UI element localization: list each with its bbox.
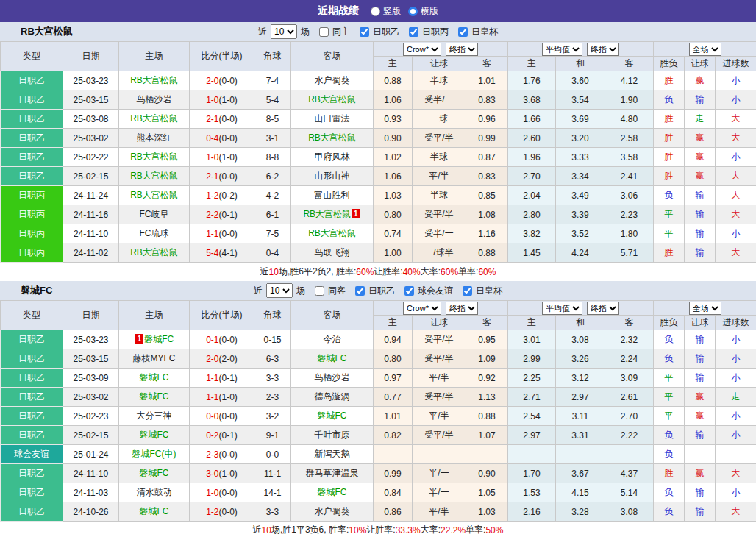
avg-home-odds: 2.04 [508, 186, 556, 205]
home-team: 鸟栖沙岩 [119, 90, 190, 110]
avg-away-odds: 3.09 [605, 369, 654, 388]
handicap-outcome: 走 [685, 110, 716, 129]
away-team: 磐城FC [291, 407, 374, 426]
match-date: 25-03-23 [63, 71, 119, 90]
avg-home-odds: 2.97 [508, 426, 556, 445]
result-outcome: 胜 [654, 464, 685, 483]
scope-select[interactable]: 全场 [689, 43, 721, 56]
odds-stage-select[interactable]: 终指 [446, 43, 478, 56]
halftime-score: (1-0) [219, 95, 238, 105]
away-team: 富山胜利 [291, 186, 374, 205]
away-team: 山口雷法 [291, 110, 374, 129]
avg-away-odds: 2.70 [605, 407, 654, 426]
avg-home-odds: 1.66 [508, 110, 556, 129]
goals-outcome: 大 [716, 110, 756, 129]
halftime-score: (0-1) [219, 430, 238, 441]
avg-draw-odds: 3.08 [556, 330, 605, 349]
match-date: 25-03-02 [63, 388, 119, 407]
team-name-text: 水户蜀葵 [315, 506, 350, 516]
crow-home-odds: 0.74 [374, 224, 413, 243]
handicap-outcome: 输 [685, 483, 716, 502]
away-team: 磐城FC [291, 349, 374, 369]
crow-away-odds: 0.95 [466, 330, 508, 349]
handicap-outcome: 输 [685, 330, 716, 349]
handicap-line: 受半/一 [413, 90, 466, 110]
result-outcome: 负 [654, 186, 685, 205]
avg-home-odds: 2.25 [508, 369, 556, 388]
avg-select[interactable]: 平均值 [542, 302, 582, 315]
col-corner: 角球 [254, 42, 291, 71]
crow-home-odds: 1.03 [374, 186, 413, 205]
league-badge: 日职乙 [1, 71, 63, 90]
col-avg-draw: 和 [556, 57, 605, 71]
avg-select[interactable]: 平均值 [542, 43, 582, 56]
match-date: 25-01-24 [63, 445, 119, 464]
match-date: 25-02-15 [63, 426, 119, 445]
league-checkbox-j2[interactable] [355, 286, 365, 296]
fulltime-score: 2-1 [206, 114, 218, 124]
league-label-j2: 日职乙 [368, 285, 395, 297]
league-label-j3: 日职丙 [422, 26, 449, 38]
avg-away-odds: 2.41 [605, 167, 654, 186]
league-badge: 日职乙 [1, 483, 63, 502]
league-checkbox-j2[interactable] [360, 27, 369, 37]
summary-segment: 50% [485, 525, 503, 536]
team1-name: RB大宫松鼠 [21, 25, 73, 38]
handicap-outcome: 输 [685, 426, 716, 445]
handicap-outcome: 赢 [685, 71, 716, 90]
result-outcome: 胜 [654, 148, 685, 167]
league-checkbox-cup[interactable] [463, 286, 472, 296]
match-row: 日职乙25-03-02磐城FC1-1(1-0)2-3德岛漩涡0.77受平/半1.… [1, 388, 756, 407]
col-avg-draw: 和 [556, 316, 605, 330]
radio-unchecked-icon[interactable] [371, 7, 380, 16]
match-date: 24-11-10 [63, 224, 119, 243]
recent-count-select[interactable]: 10 [271, 24, 297, 39]
avg-group-header: 平均值终指 [508, 301, 654, 316]
halftime-score: (0-0) [219, 507, 238, 517]
team-name-text: 磐城FC [318, 487, 347, 497]
avg-home-odds: 1.53 [508, 483, 556, 502]
odds-stage-select[interactable]: 终指 [446, 302, 478, 315]
result-outcome: 胜 [654, 129, 685, 148]
avg-draw-odds: 3.28 [556, 502, 605, 522]
result-outcome: 负 [654, 483, 685, 502]
avg-draw-odds: 3.34 [556, 167, 605, 186]
recent-count-select[interactable]: 10 [266, 283, 293, 298]
avg-stage-select[interactable]: 终指 [587, 43, 619, 56]
handicap-line: 受半/一 [413, 224, 466, 243]
handicap-line: 受平/半 [413, 129, 466, 148]
avg-stage-select[interactable]: 终指 [587, 302, 619, 315]
corner-score: 4-2 [254, 186, 291, 205]
summary-segment: 22.2% [441, 525, 466, 536]
fulltime-score: 0-4 [206, 133, 218, 143]
team-name-text: FC琉球 [140, 228, 169, 238]
goals-outcome: 小 [716, 224, 756, 243]
corner-score: 7-5 [254, 224, 291, 243]
avg-away-odds: 3.58 [605, 148, 654, 167]
corner-score: 0-0 [254, 445, 291, 464]
away-team: 甲府风林 [291, 148, 374, 167]
radio-checked-icon[interactable] [408, 7, 418, 16]
recent-label: 近 [254, 285, 263, 297]
away-team: 群马草津温泉 [291, 464, 374, 483]
handicap-outcome: 赢 [685, 129, 716, 148]
radio-horizontal-layout[interactable]: 横版 [408, 5, 438, 18]
league-checkbox-cup[interactable] [458, 27, 468, 37]
handicap-outcome: 赢 [685, 388, 716, 407]
team-name-text: RB大宫松鼠 [303, 209, 351, 219]
col-corner: 角球 [254, 301, 291, 330]
handicap-outcome: 赢 [685, 148, 716, 167]
avg-away-odds [605, 445, 654, 464]
match-row: 日职乙25-03-231磐城FC0-1(0-0)0-15今治0.94受平/半0.… [1, 330, 756, 349]
team-name-text: 熊本深红 [137, 132, 172, 143]
same-venue-checkbox[interactable] [319, 27, 329, 37]
league-checkbox-j3[interactable] [409, 27, 418, 37]
scope-select[interactable]: 全场 [689, 302, 721, 315]
team-name-text: RB大宫松鼠 [130, 152, 178, 162]
league-checkbox-friendly[interactable] [404, 286, 414, 296]
radio-vertical-layout[interactable]: 竖版 [371, 5, 401, 18]
odds-provider-select[interactable]: Crow* [403, 302, 441, 315]
same-venue-checkbox[interactable] [315, 286, 324, 296]
goals-outcome: 小 [716, 369, 756, 388]
odds-provider-select[interactable]: Crow* [403, 43, 441, 56]
